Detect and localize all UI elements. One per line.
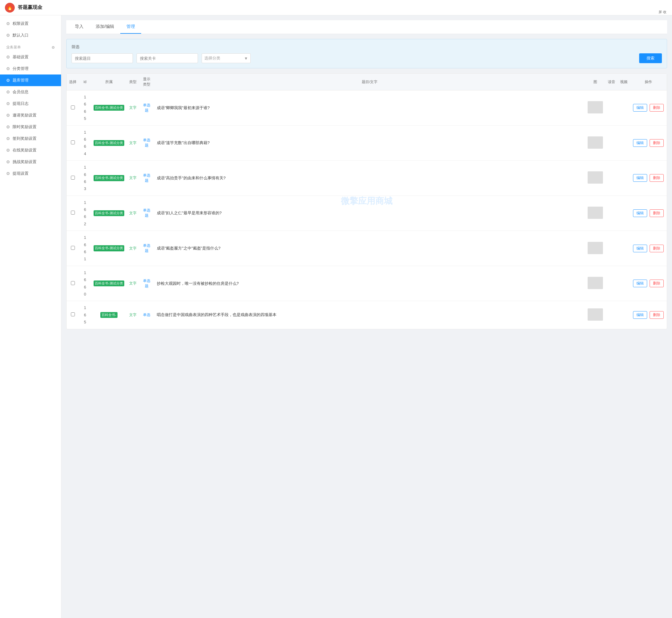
gear-icon: ⚙: [6, 136, 10, 141]
th-display-type: 显示 类型: [139, 74, 154, 90]
search-button[interactable]: 搜索: [639, 54, 662, 63]
gear-icon: ⚙: [6, 171, 10, 176]
row-checkbox[interactable]: [71, 140, 75, 144]
th-belong: 所属: [91, 74, 127, 90]
edit-button[interactable]: 编辑: [633, 174, 647, 182]
row-checkbox[interactable]: [71, 105, 75, 109]
main-layout: ⚙ 权限设置 ⚙ 默认入口 业务菜单 ⚙ ⚙ 基础设置 ⚙ 分类管理 ⚙ 题库管…: [0, 15, 672, 618]
delete-button[interactable]: 删除: [650, 311, 664, 319]
row-belong: 百科全书-测试分类: [91, 231, 127, 266]
row-actions: 编辑 删除: [630, 196, 667, 231]
delete-button[interactable]: 删除: [650, 245, 664, 252]
th-audio: 读音: [605, 74, 618, 90]
edit-button[interactable]: 编辑: [633, 104, 647, 112]
row-belong: 百科全书-测试分类: [91, 161, 127, 196]
main-content: 导入 添加/编辑 管理 筛选 选择分类 ▼ 搜索 微擎应用商城: [61, 15, 672, 618]
category-badge: 百科全书-: [100, 312, 117, 318]
sidebar-item-category-management[interactable]: ⚙ 分类管理: [0, 63, 61, 75]
type-text: 文字: [129, 313, 137, 317]
category-select[interactable]: 选择分类 ▼: [201, 54, 251, 63]
row-select[interactable]: [67, 196, 79, 231]
tab-manage[interactable]: 管理: [120, 20, 141, 34]
th-action: 操作: [630, 74, 667, 90]
row-id: 1 6 6 4: [79, 125, 91, 161]
row-display-type: 单选: [139, 301, 154, 329]
row-checkbox[interactable]: [71, 246, 75, 250]
tab-bar: 导入 添加/编辑 管理: [66, 20, 667, 34]
gear-icon: ⚙: [6, 148, 10, 152]
image-thumb: [588, 308, 603, 321]
sidebar-item-withdraw-settings[interactable]: ⚙ 提现设置: [0, 168, 61, 179]
edit-button[interactable]: 编辑: [633, 280, 647, 287]
sidebar-item-online-reward[interactable]: ⚙ 在线奖励设置: [0, 144, 61, 156]
chevron-down-icon: ▼: [244, 56, 248, 61]
filter-box: 筛选 选择分类 ▼ 搜索: [66, 39, 667, 68]
delete-button[interactable]: 删除: [650, 139, 664, 147]
delete-button[interactable]: 删除: [650, 280, 664, 287]
table-wrapper: 微擎应用商城 选择 id 所属 类型 显示 类型 题目/文字 图 读音 视频: [67, 74, 667, 329]
edit-button[interactable]: 编辑: [633, 245, 647, 252]
gear-icon: ⚙: [6, 160, 10, 164]
question-type-text: 单选题: [143, 208, 150, 218]
tab-import[interactable]: 导入: [69, 20, 90, 34]
sidebar-item-basic-settings[interactable]: ⚙ 基础设置: [0, 51, 61, 63]
category-badge: 百科全书-测试分类: [94, 281, 124, 286]
edit-button[interactable]: 编辑: [633, 139, 647, 147]
sidebar-item-limited-reward[interactable]: ⚙ 限时奖励设置: [0, 121, 61, 133]
category-badge: 百科全书-测试分类: [94, 105, 124, 111]
tab-add-edit[interactable]: 添加/编辑: [90, 20, 120, 34]
table-header-row: 选择 id 所属 类型 显示 类型 题目/文字 图 读音 视频 操作: [67, 74, 667, 90]
row-display-type: 单选题: [139, 125, 154, 161]
sidebar-item-invite-reward[interactable]: ⚙ 邀请奖励设置: [0, 109, 61, 121]
sidebar-item-default-entry[interactable]: ⚙ 默认入口: [0, 29, 61, 41]
settings-icon[interactable]: ⚙: [52, 45, 55, 49]
row-select[interactable]: [67, 266, 79, 301]
row-audio: [605, 125, 618, 161]
gear-icon: ⚙: [6, 66, 10, 71]
row-select[interactable]: [67, 231, 79, 266]
sidebar-item-member-info[interactable]: ⚙ 会员信息: [0, 86, 61, 98]
row-select[interactable]: [67, 301, 79, 329]
row-checkbox[interactable]: [71, 281, 75, 285]
row-select[interactable]: [67, 125, 79, 161]
category-badge: 百科全书-测试分类: [94, 210, 124, 216]
question-type-text: 单选题: [143, 173, 150, 183]
row-display-type: 单选题: [139, 196, 154, 231]
row-checkbox[interactable]: [71, 312, 75, 316]
row-belong: 百科全书-: [91, 301, 127, 329]
filter-row: 选择分类 ▼ 搜索: [72, 54, 662, 63]
type-text: 文字: [129, 176, 137, 180]
row-id: 1 6 6 1: [79, 231, 91, 266]
sidebar-item-withdraw-log[interactable]: ⚙ 提现日志: [0, 98, 61, 109]
sidebar-item-checkin-reward[interactable]: ⚙ 签到奖励设置: [0, 133, 61, 144]
row-select[interactable]: [67, 161, 79, 196]
row-image: [585, 231, 605, 266]
gear-icon: ⚙: [6, 78, 10, 83]
sidebar-item-question-bank[interactable]: ⚙ 题库管理: [0, 75, 61, 86]
row-checkbox[interactable]: [71, 176, 75, 180]
row-actions: 编辑 删除: [630, 90, 667, 126]
row-question: 唱念做打是中国戏曲表演的四种艺术手段，也是戏曲表演的四项基本: [154, 301, 585, 329]
sidebar-item-challenge-reward[interactable]: ⚙ 挑战奖励设置: [0, 156, 61, 168]
row-type: 文字: [127, 161, 139, 196]
search-question-input[interactable]: [72, 54, 133, 63]
edit-button[interactable]: 编辑: [633, 311, 647, 319]
row-select[interactable]: [67, 90, 79, 126]
th-id: id: [79, 74, 91, 90]
table-row: 1 6 6 0 百科全书-测试分类 文字 单选题 抄检大观园时，唯一没有被抄检的…: [67, 266, 667, 301]
search-keyword-input[interactable]: [137, 54, 198, 63]
sidebar-item-permissions[interactable]: ⚙ 权限设置: [0, 18, 61, 29]
table-row: 1 6 6 2 百科全书-测试分类 文字 单选题 成语"妇人之仁"最早是用来形容…: [67, 196, 667, 231]
gear-icon: ⚙: [6, 21, 10, 26]
row-checkbox[interactable]: [71, 211, 75, 215]
delete-button[interactable]: 删除: [650, 174, 664, 182]
image-thumb: [588, 277, 603, 289]
type-text: 文字: [129, 141, 137, 145]
edit-button[interactable]: 编辑: [633, 209, 647, 217]
app-logo: 🔥: [5, 3, 15, 13]
question-type-text: 单选: [143, 313, 150, 317]
delete-button[interactable]: 删除: [650, 209, 664, 217]
row-display-type: 单选题: [139, 90, 154, 126]
delete-button[interactable]: 删除: [650, 104, 664, 112]
table-container: 微擎应用商城 选择 id 所属 类型 显示 类型 题目/文字 图 读音 视频: [66, 73, 667, 329]
